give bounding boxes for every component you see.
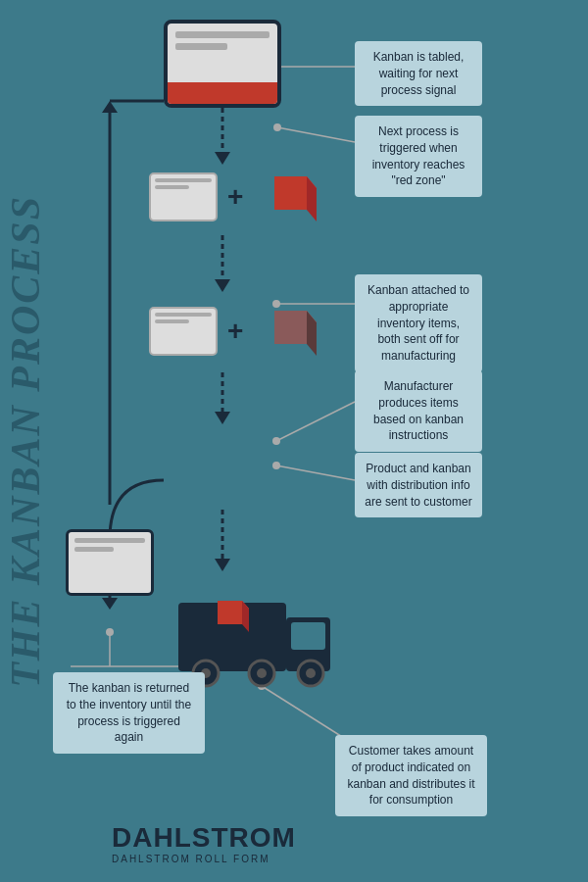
page-title-text: The Kanban Process [2, 195, 49, 688]
svg-line-21 [276, 466, 355, 480]
main-content: + + [51, 0, 588, 882]
svg-line-19 [276, 402, 355, 441]
info-box-4: Manufacturer produces items based on kan… [355, 370, 482, 452]
kanban-card-large [164, 20, 281, 108]
page-title-vertical: The Kanban Process [0, 0, 51, 882]
info-box-7: Customer takes amount of product indicat… [335, 735, 487, 816]
svg-point-39 [257, 668, 267, 678]
info-box-2: Next process is triggered when inventory… [355, 116, 482, 197]
info-box-6: The kanban is returned to the inventory … [53, 672, 205, 754]
logo-area: DAHLSTROM DAHLSTROM ROLL FORM [112, 822, 296, 864]
step2-row: + [149, 165, 317, 228]
logo-main-text: DAHLSTROM [112, 822, 296, 854]
svg-point-18 [272, 437, 280, 445]
svg-line-15 [277, 127, 355, 142]
svg-marker-3 [215, 279, 230, 292]
info-box-3: Kanban attached to appropriate inventory… [355, 274, 482, 372]
svg-marker-32 [274, 311, 307, 344]
svg-marker-31 [307, 311, 317, 356]
step3-row: + [149, 299, 317, 363]
svg-marker-29 [274, 176, 307, 210]
info-box-5: Product and kanban with distribution inf… [355, 453, 482, 517]
svg-marker-28 [307, 176, 317, 221]
svg-point-41 [306, 668, 316, 678]
dark-cube-1 [253, 299, 317, 363]
svg-marker-44 [218, 601, 242, 624]
svg-rect-35 [291, 622, 325, 650]
logo-sub-text: DAHLSTROM ROLL FORM [112, 854, 296, 864]
plus-icon-2: + [227, 316, 243, 347]
svg-marker-7 [215, 559, 230, 571]
plus-icon-1: + [227, 181, 243, 213]
svg-marker-8 [102, 598, 118, 610]
info-box-1: Kanban is tabled, waiting for next proce… [355, 41, 482, 106]
svg-marker-10 [102, 101, 118, 113]
svg-point-14 [273, 123, 281, 131]
svg-marker-1 [215, 152, 230, 165]
svg-point-22 [106, 628, 114, 636]
svg-marker-5 [215, 412, 230, 424]
red-cube-1 [253, 165, 317, 228]
svg-point-20 [272, 462, 280, 469]
